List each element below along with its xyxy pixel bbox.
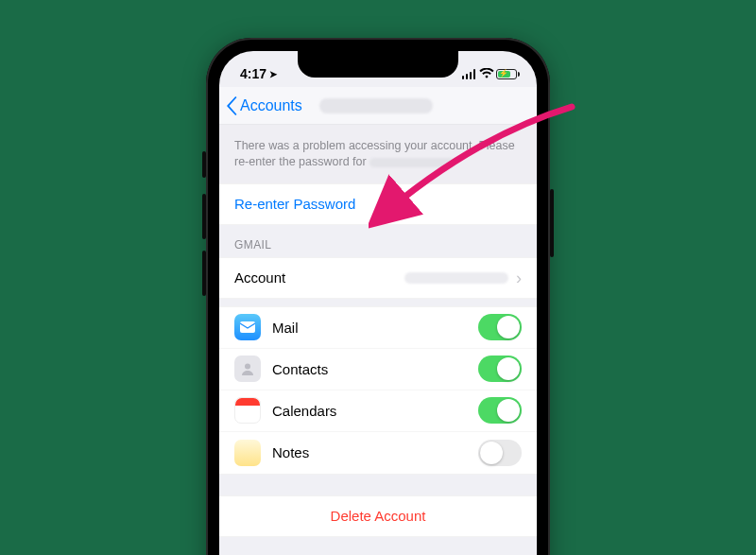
account-row[interactable]: Account ›	[219, 257, 537, 299]
reenter-password-label: Re-enter Password	[234, 196, 355, 212]
account-email-redacted	[404, 272, 508, 284]
error-line-2-prefix: re-enter the password for	[234, 155, 367, 168]
service-label: Notes	[272, 444, 467, 460]
service-label: Contacts	[272, 361, 467, 377]
service-label: Calendars	[272, 403, 467, 419]
navigation-bar: Accounts	[219, 87, 537, 125]
calendars-toggle[interactable]	[478, 397, 522, 424]
contacts-icon	[234, 356, 261, 382]
mail-toggle[interactable]	[478, 314, 522, 340]
device-notch	[298, 51, 458, 78]
contacts-toggle[interactable]	[478, 356, 522, 382]
delete-account-label: Delete Account	[331, 508, 426, 524]
mute-switch	[202, 151, 206, 178]
back-button-label: Accounts	[240, 97, 302, 114]
notes-toggle[interactable]	[478, 440, 522, 466]
phone-device-frame: 4:17 ➤ ⚡ Accounts	[206, 38, 550, 555]
screen: 4:17 ➤ ⚡ Accounts	[219, 51, 537, 555]
error-account-name-redacted	[369, 158, 455, 167]
wifi-icon	[479, 68, 492, 79]
status-time: 4:17	[240, 66, 266, 81]
error-line-1: There was a problem accessing your accou…	[234, 138, 522, 154]
account-error-message: There was a problem accessing your accou…	[219, 125, 537, 183]
power-button	[550, 189, 554, 257]
mail-icon	[234, 314, 261, 340]
error-line-2: re-enter the password for	[234, 154, 522, 170]
nav-title-redacted	[319, 98, 433, 113]
chevron-right-icon: ›	[516, 269, 522, 286]
volume-down-button	[202, 251, 206, 296]
services-group: Mail Contacts Calendars Notes	[219, 306, 537, 475]
svg-rect-0	[240, 321, 255, 333]
service-row-calendars: Calendars	[219, 390, 537, 432]
volume-up-button	[202, 194, 206, 239]
reenter-password-button[interactable]: Re-enter Password	[219, 183, 537, 225]
account-row-label: Account	[234, 269, 285, 286]
svg-point-1	[245, 364, 250, 370]
status-right: ⚡	[462, 68, 521, 79]
battery-icon: ⚡	[496, 69, 520, 79]
calendars-icon	[234, 397, 261, 424]
service-row-notes: Notes	[219, 432, 537, 474]
cellular-signal-icon	[462, 69, 476, 79]
back-button[interactable]: Accounts	[227, 96, 302, 115]
service-row-mail: Mail	[219, 307, 537, 349]
delete-account-button[interactable]: Delete Account	[219, 495, 537, 537]
notes-icon	[234, 440, 261, 466]
service-label: Mail	[272, 320, 467, 336]
service-row-contacts: Contacts	[219, 349, 537, 390]
account-section-header: GMAIL	[219, 225, 537, 257]
chevron-left-icon	[227, 96, 238, 115]
status-left: 4:17 ➤	[240, 66, 277, 81]
location-services-icon: ➤	[269, 69, 277, 79]
